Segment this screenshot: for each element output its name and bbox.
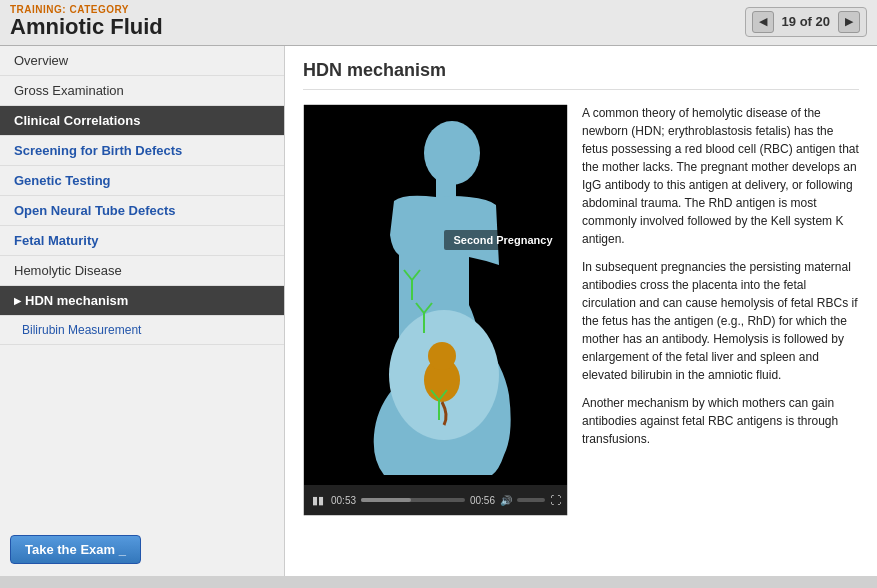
video-container: Second Pregnancy ▮▮ 00:53 00:56 🔊 ⛶ xyxy=(303,104,568,516)
header: TRAINING: CATEGORY Amniotic Fluid ◀ 19 o… xyxy=(0,0,877,46)
time-start: 00:53 xyxy=(331,495,356,506)
main-layout: Overview Gross Examination Clinical Corr… xyxy=(0,46,877,576)
sidebar-item-fetal-maturity[interactable]: Fetal Maturity xyxy=(0,226,284,256)
volume-bar[interactable] xyxy=(517,498,545,502)
page-title: Amniotic Fluid xyxy=(10,15,163,39)
prev-button[interactable]: ◀ xyxy=(752,11,774,33)
nav-counter: 19 of 20 xyxy=(778,14,834,29)
text-content: A common theory of hemolytic disease of … xyxy=(582,104,859,516)
paragraph-1: A common theory of hemolytic disease of … xyxy=(582,104,859,248)
take-exam-button[interactable]: Take the Exam _ xyxy=(10,535,141,564)
fullscreen-button[interactable]: ⛶ xyxy=(550,494,561,506)
sidebar-item-gross-examination[interactable]: Gross Examination xyxy=(0,76,284,106)
sidebar-item-screening[interactable]: Screening for Birth Defects xyxy=(0,136,284,166)
sidebar-item-genetic-testing[interactable]: Genetic Testing xyxy=(0,166,284,196)
sidebar-item-clinical-correlations[interactable]: Clinical Correlations xyxy=(0,106,284,136)
paragraph-3: Another mechanism by which mothers can g… xyxy=(582,394,859,448)
paragraph-2: In subsequent pregnancies the persisting… xyxy=(582,258,859,384)
progress-bar[interactable] xyxy=(361,498,465,502)
nav-controls: ◀ 19 of 20 ▶ xyxy=(745,7,867,37)
sidebar-item-hemolytic-disease[interactable]: Hemolytic Disease xyxy=(0,256,284,286)
video-frame[interactable]: Second Pregnancy xyxy=(304,105,568,485)
svg-point-1 xyxy=(424,121,480,185)
volume-icon[interactable]: 🔊 xyxy=(500,495,512,506)
sidebar-item-overview[interactable]: Overview xyxy=(0,46,284,76)
sidebar-item-bilirubin[interactable]: Bilirubin Measurement xyxy=(0,316,284,345)
play-pause-button[interactable]: ▮▮ xyxy=(310,494,326,507)
sidebar-item-open-neural[interactable]: Open Neural Tube Defects xyxy=(0,196,284,226)
sidebar: Overview Gross Examination Clinical Corr… xyxy=(0,46,285,576)
svg-text:Second Pregnancy: Second Pregnancy xyxy=(453,234,553,246)
content-area: HDN mechanism xyxy=(285,46,877,576)
content-body: Second Pregnancy ▮▮ 00:53 00:56 🔊 ⛶ xyxy=(303,104,859,516)
time-end: 00:56 xyxy=(470,495,495,506)
content-title: HDN mechanism xyxy=(303,60,859,90)
progress-fill xyxy=(361,498,411,502)
sidebar-item-hdn-mechanism[interactable]: HDN mechanism xyxy=(0,286,284,316)
header-left: TRAINING: CATEGORY Amniotic Fluid xyxy=(10,4,163,39)
video-controls: ▮▮ 00:53 00:56 🔊 ⛶ xyxy=(304,485,567,515)
svg-point-5 xyxy=(428,342,456,370)
next-button[interactable]: ▶ xyxy=(838,11,860,33)
